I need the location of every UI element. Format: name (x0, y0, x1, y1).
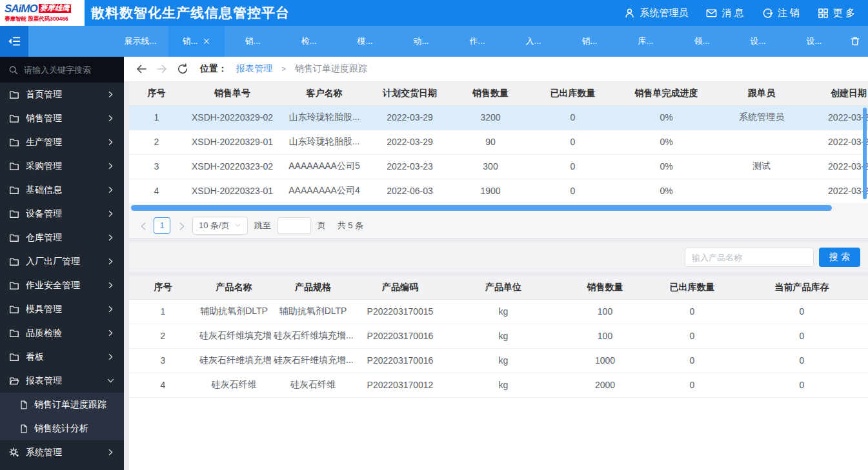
chevron-right-icon (106, 257, 115, 266)
sidebar-item-label: 销售管理 (26, 113, 62, 124)
back-icon[interactable] (136, 63, 147, 75)
app-header: SAiMO 赛摩雄鹰 赛摩智能 股票代码300466 散料数智化生产线信息管控平… (0, 0, 868, 26)
sidebar-item-label: 模具管理 (26, 304, 62, 315)
user-name: 系统管理员 (640, 7, 688, 19)
open-tabs: 展示线...销...销...检...模...动...作...入...销...库.… (112, 26, 842, 57)
more-button[interactable]: 更 多 (818, 7, 855, 19)
close-all-tabs-button[interactable] (842, 26, 868, 57)
tab-5[interactable]: 动... (393, 26, 449, 57)
table-row[interactable]: 3XSDH-20220323-02AAAAAAAA公司52022-03-2330… (129, 154, 868, 179)
sidebar-item-label: 采购管理 (26, 161, 62, 172)
sidebar-subitem-0[interactable]: 销售订单进度跟踪 (0, 393, 124, 416)
logout-button[interactable]: 注 销 (762, 7, 800, 19)
orders-table: 序号销售单号客户名称计划交货日期销售数量已出库数量销售单完成进度跟单员创建日期1… (129, 82, 868, 203)
table-row[interactable]: 2硅灰石纤维填充增...硅灰石纤维填充增...P202203170016kg10… (129, 324, 868, 348)
tab-label: 库... (638, 35, 654, 47)
tab-7[interactable]: 入... (505, 26, 561, 57)
table-cell: 山东玲珑轮胎股... (281, 130, 368, 154)
sidebar-search-input[interactable] (24, 65, 111, 75)
sidebar-item-3[interactable]: 采购管理 (0, 154, 124, 178)
next-page-button[interactable] (177, 221, 186, 230)
sidebar-item-1[interactable]: 销售管理 (0, 106, 124, 130)
tab-2[interactable]: 销... (225, 26, 281, 57)
forward-icon[interactable] (156, 63, 168, 75)
sidebar-item-11[interactable]: 看板 (0, 345, 124, 369)
table-cell: 硅灰石纤维 (271, 373, 355, 397)
sidebar-search[interactable] (0, 57, 124, 83)
page-size-select[interactable]: 10 条/页 (192, 217, 248, 235)
jump-page-input[interactable] (278, 217, 311, 234)
table-cell: P202203170015 (355, 299, 445, 324)
chevron-right-icon (177, 221, 187, 231)
sidebar-item-6[interactable]: 仓库管理 (0, 226, 124, 250)
sidebar-item-10[interactable]: 品质检验 (0, 321, 124, 345)
table-cell: AAAAAAAA公司4 (281, 179, 368, 203)
sidebar-item-13[interactable]: 系统管理 (0, 440, 124, 464)
folder-icon (9, 113, 19, 124)
column-header: 产品名称 (197, 276, 271, 299)
sidebar-subitem-1[interactable]: 销售统计分析 (0, 416, 124, 440)
table-row[interactable]: 2XSDH-20220329-01山东玲珑轮胎股...2022-03-29900… (129, 130, 868, 154)
tab-label: 作... (470, 35, 485, 47)
sidebar-item-8[interactable]: 作业安全管理 (0, 273, 124, 297)
refresh-icon[interactable] (177, 63, 188, 75)
table-row[interactable]: 4XSDH-20220323-01AAAAAAAA公司42022-06-0319… (129, 179, 868, 203)
table-cell: 0 (736, 299, 868, 324)
chevron-right-icon (106, 353, 115, 361)
table-cell: 2022-03-29 (368, 105, 452, 130)
table-row[interactable]: 3硅灰石纤维填充增...硅灰石纤维填充增...P202203170016kg10… (129, 348, 868, 373)
sidebar-item-4[interactable]: 基础信息 (0, 178, 124, 202)
sidebar-item-0[interactable]: 首页管理 (0, 83, 124, 106)
sidebar-item-9[interactable]: 模具管理 (0, 297, 124, 321)
table-cell: 2 (129, 130, 184, 154)
column-header: 跟单员 (716, 82, 807, 105)
sidebar-item-5[interactable]: 设备管理 (0, 202, 124, 226)
tab-11[interactable]: 设... (730, 26, 786, 57)
table-row[interactable]: 1辅助抗氧剂DLTP辅助抗氧剂DLTPP202203170015kg10000 (129, 299, 868, 324)
sidebar-item-12[interactable]: 报表管理 (0, 369, 124, 393)
table-cell: 0% (616, 105, 716, 130)
messages-button[interactable]: 消 息 (706, 7, 743, 19)
tab-10[interactable]: 领... (674, 26, 730, 57)
search-button[interactable]: 搜 索 (819, 248, 860, 267)
sidebar-item-2[interactable]: 生产管理 (0, 130, 124, 154)
chevron-right-icon (106, 448, 115, 456)
tab-6[interactable]: 作... (449, 26, 505, 57)
product-name-input[interactable] (685, 248, 814, 267)
table-row[interactable]: 4硅灰石纤维硅灰石纤维P202203170012kg200000 (129, 373, 868, 397)
tab-0[interactable]: 展示线... (112, 26, 168, 57)
tab-4[interactable]: 模... (337, 26, 393, 57)
tab-3[interactable]: 检... (281, 26, 337, 57)
chevron-right-icon (106, 210, 115, 218)
sidebar-collapse-button[interactable] (0, 26, 28, 57)
user-menu[interactable]: 系统管理员 (624, 7, 688, 19)
folder-icon (9, 161, 19, 171)
trash-icon (850, 36, 860, 46)
page-number-button[interactable]: 1 (154, 217, 170, 234)
breadcrumb-separator: > (281, 64, 286, 73)
column-header: 已出库数量 (649, 276, 736, 299)
location-label: 位置： (200, 63, 227, 75)
mail-icon (706, 8, 717, 19)
column-header: 产品编码 (355, 276, 445, 299)
vertical-scrollbar[interactable] (863, 108, 867, 199)
column-header: 销售单完成进度 (616, 82, 716, 105)
tab-8[interactable]: 销... (561, 26, 618, 57)
tab-12[interactable]: 设... (786, 26, 842, 57)
tab-1[interactable]: 销... (168, 26, 225, 57)
table-cell: 1 (129, 299, 197, 324)
sidebar-item-7[interactable]: 入厂出厂管理 (0, 250, 124, 273)
tab-9[interactable]: 库... (618, 26, 674, 57)
table-cell: P202203170012 (355, 373, 445, 397)
chevron-right-icon (106, 90, 115, 99)
table-cell: 0% (616, 154, 716, 179)
table-cell: 2 (129, 324, 197, 348)
horizontal-scrollbar[interactable] (129, 203, 868, 213)
table-cell: 0 (736, 324, 868, 348)
horizontal-scrollbar-thumb[interactable] (131, 205, 832, 211)
table-row[interactable]: 1XSDH-20220329-02山东玲珑轮胎股...2022-03-29320… (129, 105, 868, 130)
table-cell: XSDH-20220329-01 (184, 130, 281, 154)
sidebar-submenu: 销售订单进度跟踪销售统计分析 (0, 393, 124, 440)
prev-page-button[interactable] (138, 221, 147, 230)
breadcrumb-parent[interactable]: 报表管理 (236, 63, 272, 75)
